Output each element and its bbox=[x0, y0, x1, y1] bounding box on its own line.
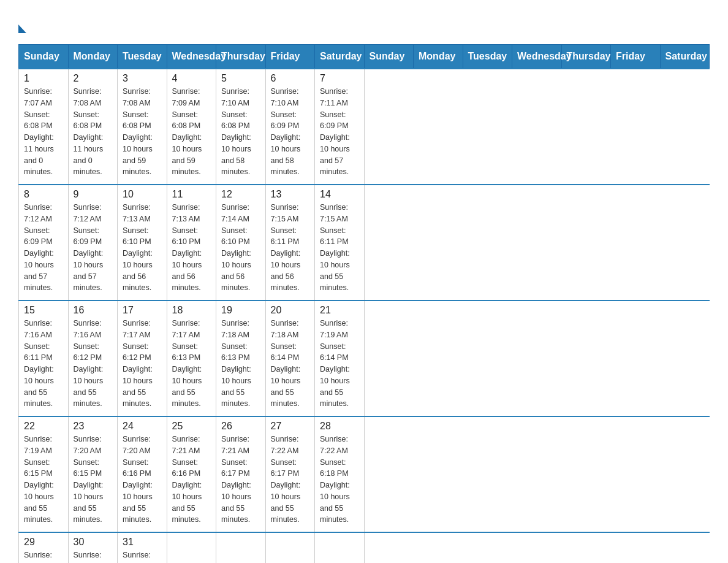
calendar-cell: 25Sunrise: 7:21 AMSunset: 6:16 PMDayligh… bbox=[167, 416, 216, 532]
day-number: 13 bbox=[271, 189, 310, 200]
day-number: 29 bbox=[24, 537, 63, 548]
day-info: Sunrise: 7:10 AMSunset: 6:08 PMDaylight:… bbox=[221, 87, 251, 176]
day-info: Sunrise: 7:13 AMSunset: 6:10 PMDaylight:… bbox=[123, 203, 153, 292]
day-number: 14 bbox=[320, 189, 359, 200]
header-wednesday: Wednesday bbox=[167, 45, 216, 69]
calendar-cell bbox=[216, 532, 266, 563]
calendar-cell: 11Sunrise: 7:13 AMSunset: 6:10 PMDayligh… bbox=[167, 185, 216, 301]
day-info: Sunrise: 7:20 AMSunset: 6:16 PMDaylight:… bbox=[123, 435, 153, 524]
calendar-header-row: SundayMondayTuesdayWednesdayThursdayFrid… bbox=[19, 45, 710, 69]
day-info: Sunrise: 7:09 AMSunset: 6:08 PMDaylight:… bbox=[172, 87, 202, 176]
day-info: Sunrise: 7:23 AMSunset: 6:19 PMDaylight:… bbox=[74, 551, 104, 563]
header-saturday: Saturday bbox=[660, 45, 710, 69]
day-number: 30 bbox=[74, 537, 113, 548]
logo bbox=[18, 18, 26, 38]
calendar-week-row: 29Sunrise: 7:23 AMSunset: 6:18 PMDayligh… bbox=[19, 532, 710, 563]
day-info: Sunrise: 7:12 AMSunset: 6:09 PMDaylight:… bbox=[74, 203, 104, 292]
calendar-cell: 29Sunrise: 7:23 AMSunset: 6:18 PMDayligh… bbox=[19, 532, 69, 563]
header-friday: Friday bbox=[611, 45, 661, 69]
day-info: Sunrise: 7:11 AMSunset: 6:09 PMDaylight:… bbox=[320, 87, 350, 176]
calendar-cell: 10Sunrise: 7:13 AMSunset: 6:10 PMDayligh… bbox=[118, 185, 167, 301]
day-number: 5 bbox=[221, 73, 260, 84]
page-header bbox=[18, 12, 710, 38]
header-sunday: Sunday bbox=[364, 45, 414, 69]
day-number: 26 bbox=[221, 421, 260, 432]
day-number: 11 bbox=[172, 189, 211, 200]
calendar-cell: 27Sunrise: 7:22 AMSunset: 6:17 PMDayligh… bbox=[265, 416, 315, 532]
day-info: Sunrise: 7:10 AMSunset: 6:09 PMDaylight:… bbox=[271, 87, 301, 176]
calendar-cell: 16Sunrise: 7:16 AMSunset: 6:12 PMDayligh… bbox=[68, 301, 118, 416]
day-info: Sunrise: 7:23 AMSunset: 6:20 PMDaylight:… bbox=[123, 551, 153, 563]
day-number: 28 bbox=[320, 421, 359, 432]
calendar-cell: 26Sunrise: 7:21 AMSunset: 6:17 PMDayligh… bbox=[216, 416, 266, 532]
calendar-table: SundayMondayTuesdayWednesdayThursdayFrid… bbox=[18, 44, 710, 563]
calendar-cell: 31Sunrise: 7:23 AMSunset: 6:20 PMDayligh… bbox=[118, 532, 167, 563]
calendar-cell: 14Sunrise: 7:15 AMSunset: 6:11 PMDayligh… bbox=[315, 185, 365, 301]
calendar-cell: 24Sunrise: 7:20 AMSunset: 6:16 PMDayligh… bbox=[118, 416, 167, 532]
day-number: 9 bbox=[74, 189, 113, 200]
calendar-cell: 13Sunrise: 7:15 AMSunset: 6:11 PMDayligh… bbox=[265, 185, 315, 301]
calendar-cell: 12Sunrise: 7:14 AMSunset: 6:10 PMDayligh… bbox=[216, 185, 266, 301]
day-info: Sunrise: 7:20 AMSunset: 6:15 PMDaylight:… bbox=[74, 435, 104, 524]
day-info: Sunrise: 7:23 AMSunset: 6:18 PMDaylight:… bbox=[24, 551, 54, 563]
day-number: 2 bbox=[74, 73, 113, 84]
calendar-cell: 30Sunrise: 7:23 AMSunset: 6:19 PMDayligh… bbox=[68, 532, 118, 563]
day-info: Sunrise: 7:22 AMSunset: 6:17 PMDaylight:… bbox=[271, 435, 301, 524]
day-number: 15 bbox=[24, 305, 63, 316]
day-info: Sunrise: 7:21 AMSunset: 6:17 PMDaylight:… bbox=[221, 435, 251, 524]
day-info: Sunrise: 7:21 AMSunset: 6:16 PMDaylight:… bbox=[172, 435, 202, 524]
calendar-cell: 18Sunrise: 7:17 AMSunset: 6:13 PMDayligh… bbox=[167, 301, 216, 416]
logo-icon bbox=[18, 18, 26, 38]
header-sunday: Sunday bbox=[19, 45, 69, 69]
day-number: 17 bbox=[123, 305, 162, 316]
calendar-cell: 20Sunrise: 7:18 AMSunset: 6:14 PMDayligh… bbox=[265, 301, 315, 416]
day-info: Sunrise: 7:17 AMSunset: 6:12 PMDaylight:… bbox=[123, 319, 153, 408]
day-number: 6 bbox=[271, 73, 310, 84]
day-info: Sunrise: 7:08 AMSunset: 6:08 PMDaylight:… bbox=[123, 87, 153, 176]
header-thursday: Thursday bbox=[561, 45, 611, 69]
calendar-week-row: 1Sunrise: 7:07 AMSunset: 6:08 PMDaylight… bbox=[19, 69, 710, 185]
day-info: Sunrise: 7:12 AMSunset: 6:09 PMDaylight:… bbox=[24, 203, 54, 292]
day-number: 8 bbox=[24, 189, 63, 200]
calendar-cell bbox=[315, 532, 365, 563]
calendar-cell: 3Sunrise: 7:08 AMSunset: 6:08 PMDaylight… bbox=[118, 69, 167, 185]
calendar-cell: 2Sunrise: 7:08 AMSunset: 6:08 PMDaylight… bbox=[68, 69, 118, 185]
calendar-cell: 5Sunrise: 7:10 AMSunset: 6:08 PMDaylight… bbox=[216, 69, 266, 185]
calendar-cell: 6Sunrise: 7:10 AMSunset: 6:09 PMDaylight… bbox=[265, 69, 315, 185]
calendar-cell: 4Sunrise: 7:09 AMSunset: 6:08 PMDaylight… bbox=[167, 69, 216, 185]
calendar-cell bbox=[167, 532, 216, 563]
day-info: Sunrise: 7:07 AMSunset: 6:08 PMDaylight:… bbox=[24, 87, 54, 176]
calendar-cell bbox=[265, 532, 315, 563]
calendar-cell: 1Sunrise: 7:07 AMSunset: 6:08 PMDaylight… bbox=[19, 69, 69, 185]
day-number: 22 bbox=[24, 421, 63, 432]
day-number: 25 bbox=[172, 421, 211, 432]
day-info: Sunrise: 7:08 AMSunset: 6:08 PMDaylight:… bbox=[74, 87, 104, 176]
calendar-cell: 22Sunrise: 7:19 AMSunset: 6:15 PMDayligh… bbox=[19, 416, 69, 532]
day-number: 10 bbox=[123, 189, 162, 200]
day-number: 24 bbox=[123, 421, 162, 432]
header-monday: Monday bbox=[68, 45, 118, 69]
day-info: Sunrise: 7:18 AMSunset: 6:13 PMDaylight:… bbox=[221, 319, 251, 408]
day-info: Sunrise: 7:15 AMSunset: 6:11 PMDaylight:… bbox=[320, 203, 350, 292]
header-friday: Friday bbox=[265, 45, 315, 69]
calendar-cell: 9Sunrise: 7:12 AMSunset: 6:09 PMDaylight… bbox=[68, 185, 118, 301]
day-info: Sunrise: 7:16 AMSunset: 6:11 PMDaylight:… bbox=[24, 319, 54, 408]
day-info: Sunrise: 7:15 AMSunset: 6:11 PMDaylight:… bbox=[271, 203, 301, 292]
day-number: 18 bbox=[172, 305, 211, 316]
calendar-cell: 28Sunrise: 7:22 AMSunset: 6:18 PMDayligh… bbox=[315, 416, 365, 532]
day-info: Sunrise: 7:17 AMSunset: 6:13 PMDaylight:… bbox=[172, 319, 202, 408]
calendar-week-row: 15Sunrise: 7:16 AMSunset: 6:11 PMDayligh… bbox=[19, 301, 710, 416]
day-number: 31 bbox=[123, 537, 162, 548]
calendar-week-row: 22Sunrise: 7:19 AMSunset: 6:15 PMDayligh… bbox=[19, 416, 710, 532]
header-tuesday: Tuesday bbox=[463, 45, 512, 69]
day-info: Sunrise: 7:19 AMSunset: 6:14 PMDaylight:… bbox=[320, 319, 350, 408]
calendar-cell: 15Sunrise: 7:16 AMSunset: 6:11 PMDayligh… bbox=[19, 301, 69, 416]
calendar-cell: 8Sunrise: 7:12 AMSunset: 6:09 PMDaylight… bbox=[19, 185, 69, 301]
header-monday: Monday bbox=[414, 45, 463, 69]
day-number: 7 bbox=[320, 73, 359, 84]
day-number: 16 bbox=[74, 305, 113, 316]
calendar-cell: 23Sunrise: 7:20 AMSunset: 6:15 PMDayligh… bbox=[68, 416, 118, 532]
day-number: 4 bbox=[172, 73, 211, 84]
day-info: Sunrise: 7:13 AMSunset: 6:10 PMDaylight:… bbox=[172, 203, 202, 292]
header-tuesday: Tuesday bbox=[118, 45, 167, 69]
